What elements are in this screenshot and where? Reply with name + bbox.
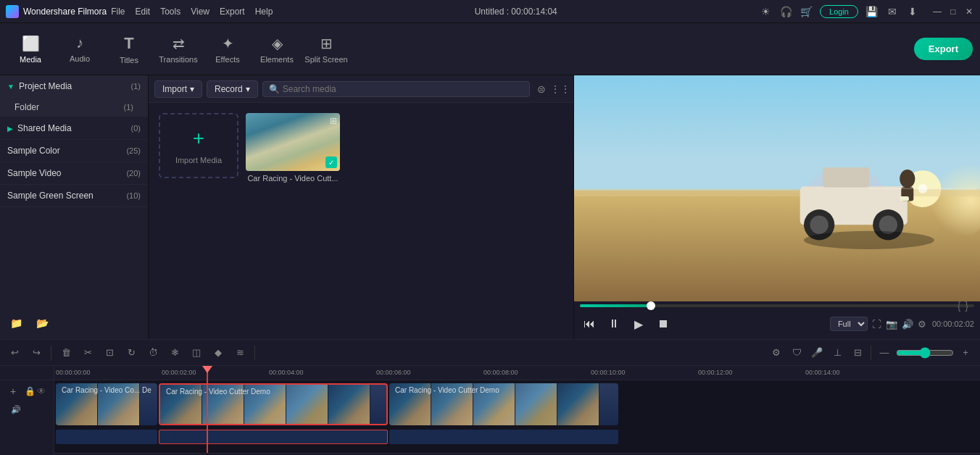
in-bracket-icon[interactable]: { [958, 300, 961, 312]
zoom-select[interactable]: Full [830, 317, 868, 331]
progress-fill [580, 304, 651, 307]
add-folder-button[interactable]: 📁 [6, 313, 26, 333]
sidebar-item-sample-green-screen[interactable]: Sample Green Screen (10) [0, 185, 148, 207]
toolbar-media[interactable]: ⬜ Media [7, 28, 54, 71]
export-button[interactable]: Export [914, 38, 973, 60]
login-button[interactable]: Login [820, 5, 858, 18]
split-audio-button[interactable]: ⊟ [849, 344, 866, 362]
mic-button[interactable]: 🎤 [808, 344, 826, 362]
split-screen-icon: ⊞ [320, 35, 333, 52]
freeze-button[interactable]: ❄ [166, 344, 183, 362]
speed-button[interactable]: ⏱ [144, 344, 162, 362]
scissors-button[interactable]: ✂ [79, 344, 96, 362]
stop-button[interactable]: ⏹ [654, 314, 673, 333]
svg-point-12 [900, 170, 915, 188]
play-button[interactable]: ▶ [629, 314, 648, 333]
transitions-label: Transitions [159, 55, 197, 64]
filter-icon[interactable]: ⊜ [534, 82, 549, 96]
toolbar-transitions[interactable]: ⇄ Transitions [155, 28, 202, 71]
sidebar-item-project-media[interactable]: ▼ Project Media (1) [0, 75, 148, 98]
zoom-out-button[interactable]: — [876, 344, 893, 362]
save-icon[interactable]: 💾 [865, 5, 879, 18]
toolbar-effects[interactable]: ✦ Effects [204, 28, 251, 71]
out-bracket-icon[interactable]: } [965, 300, 968, 312]
screenshot-icon[interactable]: 📷 [886, 319, 897, 330]
title-menu: File Edit Tools View Export Help [111, 7, 273, 17]
ruler-marks: 00:00:00:00 00:00:02:00 00:00:04:00 00:0… [54, 366, 980, 380]
progress-bar[interactable]: { } [580, 304, 974, 307]
import-media-label: Import Media [175, 156, 222, 164]
timeline-tracks: 00:00:00:00 00:00:02:00 00:00:04:00 00:0… [54, 366, 980, 455]
sun-icon[interactable]: ☀ [759, 5, 772, 18]
toolbar-titles[interactable]: T Titles [106, 28, 152, 71]
undo-button[interactable]: ↩ [6, 344, 23, 362]
sample-video-label: Sample Video [7, 168, 62, 178]
keyframe-button[interactable]: ◆ [209, 344, 227, 362]
lock-icon[interactable]: 🔒 [25, 386, 36, 396]
eye-icon[interactable]: 👁 [37, 386, 46, 396]
record-button[interactable]: Record ▾ [207, 80, 258, 98]
sidebar-item-shared-media[interactable]: ▶ Shared Media (0) [0, 117, 148, 140]
toolbar-audio[interactable]: ♪ Audio [57, 28, 103, 71]
toolbar-split-screen[interactable]: ⊞ Split Screen [303, 28, 349, 71]
folder-label: Folder [14, 102, 39, 112]
crop-button[interactable]: ⊡ [101, 344, 118, 362]
settings-icon[interactable]: ⚙ [918, 319, 926, 330]
menu-file[interactable]: File [111, 7, 125, 17]
audio-clip-1[interactable] [56, 430, 157, 444]
titles-label: Titles [120, 56, 138, 64]
search-input[interactable] [283, 84, 523, 94]
shield-button[interactable]: 🛡 [788, 344, 805, 362]
grid-view-icon[interactable]: ⋮⋮ [553, 82, 568, 96]
import-media-placeholder[interactable]: + Import Media [159, 113, 238, 178]
media-thumbnail[interactable]: ⊞ ✓ [246, 113, 340, 171]
elements-icon: ◈ [272, 35, 283, 52]
audio-track-icon[interactable]: 🔊 [6, 399, 26, 419]
menu-edit[interactable]: Edit [136, 7, 151, 17]
audio-stretch-button[interactable]: ≋ [231, 344, 249, 362]
toolbar-elements[interactable]: ◈ Elements [254, 28, 300, 71]
headphone-icon[interactable]: 🎧 [779, 5, 792, 18]
add-track-button[interactable]: + [3, 381, 23, 401]
mail-icon[interactable]: ✉ [886, 5, 899, 18]
playhead-head [202, 366, 212, 373]
volume-icon[interactable]: 🔊 [902, 319, 913, 330]
zoom-slider[interactable] [896, 347, 954, 359]
menu-help[interactable]: Help [255, 7, 273, 17]
clip-1-label: Car Racing - Video Co... Demo [62, 386, 151, 394]
settings-button[interactable]: ⚙ [768, 344, 785, 362]
sidebar-item-sample-video[interactable]: Sample Video (20) [0, 162, 148, 185]
menu-tools[interactable]: Tools [160, 7, 180, 17]
sidebar-item-folder[interactable]: Folder (1) [0, 98, 148, 117]
playhead[interactable] [207, 366, 208, 453]
progress-handle[interactable] [647, 301, 655, 310]
menu-export[interactable]: Export [220, 7, 245, 17]
zoom-in-button[interactable]: + [957, 344, 974, 362]
import-button[interactable]: Import ▾ [154, 80, 202, 98]
trim-button[interactable]: ◫ [188, 344, 205, 362]
rotation-button[interactable]: ↻ [122, 344, 140, 362]
step-back-button[interactable]: ⏮ [580, 314, 599, 333]
auto-highlight-button[interactable]: ⊥ [829, 344, 846, 362]
audio-clip-2[interactable] [159, 430, 388, 444]
download-icon[interactable]: ⬇ [906, 5, 919, 18]
audio-clip-3[interactable] [389, 430, 618, 444]
timeline-toolbar: ↩ ↪ 🗑 ✂ ⊡ ↻ ⏱ ❄ ◫ ◆ ≋ ⚙ 🛡 🎤 ⊥ ⊟ — + [0, 340, 980, 366]
full-screen-icon[interactable]: ⛶ [872, 319, 881, 330]
minimize-button[interactable]: — [932, 7, 942, 17]
sidebar-item-sample-color[interactable]: Sample Color (25) [0, 140, 148, 162]
close-button[interactable]: ✕ [964, 7, 974, 17]
maximize-button[interactable]: □ [948, 7, 958, 17]
track-clip-1[interactable]: Car Racing - Video Co... Demo [56, 383, 157, 425]
media-item-0: ⊞ ✓ Car Racing - Video Cutt... [246, 113, 340, 183]
delete-button[interactable]: 🗑 [57, 344, 75, 362]
menu-view[interactable]: View [191, 7, 209, 17]
redo-button[interactable]: ↪ [28, 344, 45, 362]
timeline-content: + 🔒 👁 🔊 00:00:00:00 00:00:02:00 00:00:04… [0, 366, 980, 455]
sidebar: ▼ Project Media (1) Folder (1) ▶ Shared … [0, 75, 149, 339]
cart-icon[interactable]: 🛒 [800, 5, 813, 18]
track-clip-2[interactable]: Car Racing - Video Cutter Demo [159, 383, 388, 425]
play-pause-button[interactable]: ⏸ [605, 314, 623, 333]
new-folder-button[interactable]: 📂 [32, 313, 52, 333]
track-clip-3[interactable]: Car Racing - Video Cutter Demo [389, 383, 618, 425]
